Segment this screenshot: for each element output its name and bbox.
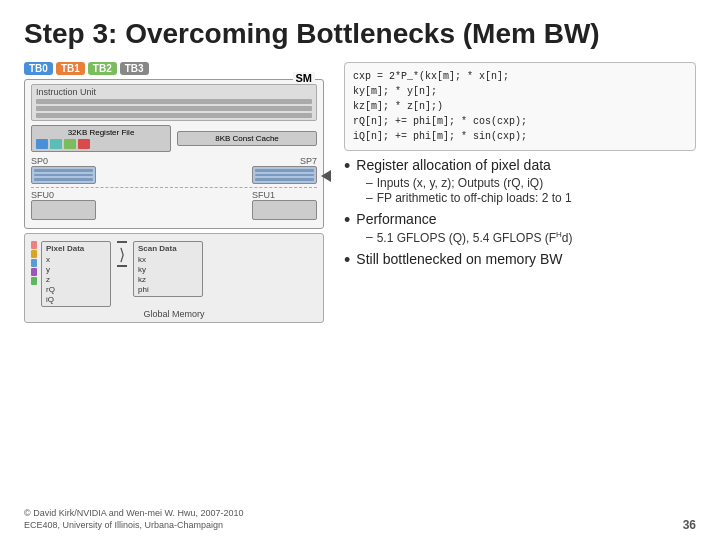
bullets-area: • Register allocation of pixel data – In… <box>344 157 696 462</box>
footer-left: © David Kirk/NVIDIA and Wen-mei W. Hwu, … <box>24 507 244 532</box>
global-memory-label: Global Memory <box>31 309 317 319</box>
bullet3-text: Still bottlenecked on memory BW <box>356 251 562 267</box>
code-line-1: cxp = 2*P_*(kx[m]; * x[n]; <box>353 69 687 84</box>
data-arrows: ⟩ <box>117 241 127 269</box>
reg-file-label: 32KB Register File <box>36 128 166 137</box>
footer-line1: © David Kirk/NVIDIA and Wen-mei W. Hwu, … <box>24 507 244 520</box>
cb-blue <box>36 139 48 149</box>
bullet2-group: • Performance – 5.1 GFLOPS (Q), 5.4 GFLO… <box>344 211 696 245</box>
code-line-5: iQ[n]; += phi[m]; * sin(cxp); <box>353 129 687 144</box>
const-cache-box: 8KB Const Cache <box>177 131 317 146</box>
sp0-label: SP0 <box>31 156 96 166</box>
iu-line-3 <box>36 113 312 118</box>
code-block: cxp = 2*P_*(kx[m]; * x[n]; ky[m]; * y[n]… <box>344 62 696 151</box>
scan-item-ky: ky <box>138 265 198 274</box>
sp7-block <box>252 166 317 184</box>
tb0-badge: TB0 <box>24 62 53 75</box>
bullet2-sub: – 5.1 GFLOPS (Q), 5.4 GFLOPS (FHd) <box>366 230 696 245</box>
footer-page-number: 36 <box>683 518 696 532</box>
sp-row: SP0 SP7 <box>31 156 317 184</box>
sfu1-label: SFU1 <box>252 190 317 200</box>
sfu0-label: SFU0 <box>31 190 96 200</box>
tb-badges: TB0 TB1 TB2 TB3 <box>24 62 334 75</box>
tb2-badge: TB2 <box>88 62 117 75</box>
pixel-data-section: Pixel Data x y z rQ iQ <box>31 241 111 307</box>
code-line-4: rQ[n]; += phi[m]; * cos(cxp); <box>353 114 687 129</box>
bullet1-sub2-text: FP arithmetic to off-chip loads: 2 to 1 <box>377 191 572 205</box>
bullet1-dot: • <box>344 157 350 175</box>
pixel-data-box: Pixel Data x y z rQ iQ <box>41 241 111 307</box>
pixel-item-iq: iQ <box>46 295 106 304</box>
scan-item-phi: phi <box>138 285 198 294</box>
instruction-unit-label: Instruction Unit <box>36 87 312 97</box>
instruction-unit: Instruction Unit <box>31 84 317 121</box>
scan-item-kz: kz <box>138 275 198 284</box>
sp7-area: SP7 <box>252 156 317 184</box>
dotted-separator <box>31 187 317 188</box>
cb-green <box>64 139 76 149</box>
bullet2-sub-text: 5.1 GFLOPS (Q), 5.4 GFLOPS (FHd) <box>377 230 573 245</box>
cs-blue2 <box>31 259 37 267</box>
sfu0-area: SFU0 <box>31 190 96 220</box>
cb-red <box>78 139 90 149</box>
page-title: Step 3: Overcoming Bottlenecks (Mem BW) <box>24 18 696 50</box>
tb1-badge: TB1 <box>56 62 85 75</box>
scan-item-kx: kx <box>138 255 198 264</box>
const-cache-area: 8KB Const Cache <box>177 131 317 146</box>
right-area: cxp = 2*P_*(kx[m]; * x[n]; ky[m]; * y[n]… <box>344 62 696 462</box>
reg-file-box: 32KB Register File <box>31 125 171 152</box>
bullet1-text: Register allocation of pixel data <box>356 157 551 173</box>
bullet2-dot: • <box>344 211 350 229</box>
sfu1-area: SFU1 <box>252 190 317 220</box>
scan-data-items: kx ky kz phi <box>138 255 198 294</box>
footer-line2: ECE408, University of Illinois, Urbana-C… <box>24 519 244 532</box>
slide: Step 3: Overcoming Bottlenecks (Mem BW) … <box>0 0 720 540</box>
sm-label: SM <box>293 72 316 84</box>
bullet1-sub2: – FP arithmetic to off-chip loads: 2 to … <box>366 191 696 205</box>
cs-pink <box>31 241 37 249</box>
bullet2-main: • Performance <box>344 211 696 229</box>
iu-lines <box>36 99 312 118</box>
sp0-block <box>31 166 96 184</box>
sfu-row: SFU0 SFU1 <box>31 190 317 220</box>
cs-yellow <box>31 250 37 258</box>
content-area: TB0 TB1 TB2 TB3 SM Instruction Unit <box>24 62 696 462</box>
sfu0-box <box>31 200 96 220</box>
color-blocks <box>36 139 166 149</box>
cs-purple <box>31 268 37 276</box>
scan-data-box: Scan Data kx ky kz phi <box>133 241 203 297</box>
color-strip <box>31 241 37 285</box>
tb3-badge: TB3 <box>120 62 149 75</box>
iu-line-2 <box>36 106 312 111</box>
pixel-item-y: y <box>46 265 106 274</box>
cs-green2 <box>31 277 37 285</box>
sfu1-box <box>252 200 317 220</box>
reg-cache-row: 32KB Register File 8KB Const Cache <box>31 125 317 152</box>
const-cache-label: 8KB Const Cache <box>182 134 312 143</box>
bullet2-text: Performance <box>356 211 436 227</box>
reg-file-area: 32KB Register File <box>31 125 171 152</box>
pixel-item-z: z <box>46 275 106 284</box>
cb-teal <box>50 139 62 149</box>
pixel-item-rq: rQ <box>46 285 106 294</box>
pixel-data-label: Pixel Data <box>46 244 106 253</box>
code-line-2: ky[m]; * y[n]; <box>353 84 687 99</box>
footer: © David Kirk/NVIDIA and Wen-mei W. Hwu, … <box>24 507 696 532</box>
bullet1-sub1-text: Inputs (x, y, z); Outputs (rQ, iQ) <box>377 176 543 190</box>
scan-data-label: Scan Data <box>138 244 198 253</box>
bullet1-main: • Register allocation of pixel data <box>344 157 696 175</box>
code-line-3: kz[m]; * z[n];) <box>353 99 687 114</box>
pixel-data-items: x y z rQ iQ <box>46 255 106 304</box>
pixel-item-x: x <box>46 255 106 264</box>
global-memory-wrapper: Pixel Data x y z rQ iQ <box>24 233 324 323</box>
sp7-arrow <box>321 170 331 182</box>
bullet3-main: • Still bottlenecked on memory BW <box>344 251 696 269</box>
bullet3-dot: • <box>344 251 350 269</box>
iu-line-1 <box>36 99 312 104</box>
global-memory-area: Pixel Data x y z rQ iQ <box>31 241 317 307</box>
sm-container: SM Instruction Unit 32KB Register File <box>24 79 324 229</box>
sp7-label: SP7 <box>252 156 317 166</box>
bullet1-group: • Register allocation of pixel data – In… <box>344 157 696 205</box>
bullet1-sub1: – Inputs (x, y, z); Outputs (rQ, iQ) <box>366 176 696 190</box>
sp-sfu-area: SP0 SP7 <box>31 156 317 220</box>
